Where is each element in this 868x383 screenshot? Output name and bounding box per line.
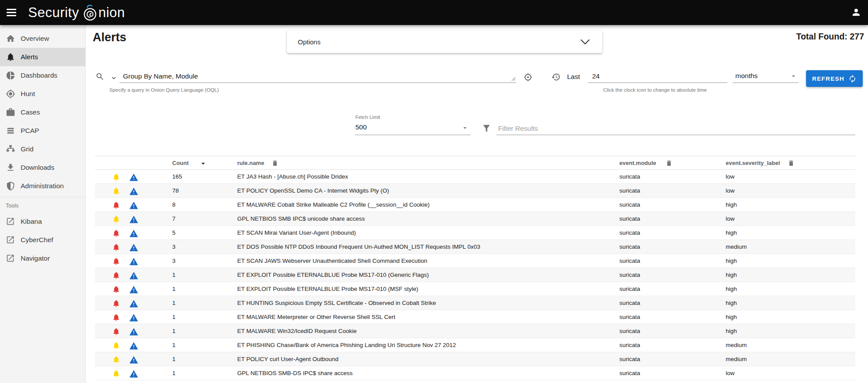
- cell-count[interactable]: 1: [172, 352, 176, 366]
- cell-severity[interactable]: high: [726, 198, 737, 212]
- cell-rule-name[interactable]: ET MALWARE Win32/IcedID Request Cookie: [237, 324, 357, 338]
- cell-severity[interactable]: low: [726, 366, 734, 380]
- cell-count[interactable]: 165: [172, 170, 182, 184]
- alert-triangle-icon[interactable]: [129, 313, 137, 322]
- table-row[interactable]: 1 ET PHISHING Chase/Bank of America Phis…: [95, 338, 855, 352]
- column-header-severity[interactable]: event.severity_label: [726, 156, 780, 170]
- sidebar-item-kibana[interactable]: Kibana: [0, 212, 85, 231]
- cell-severity[interactable]: high: [726, 268, 737, 282]
- table-row[interactable]: 78 ET POLICY OpenSSL Demo CA - Internet …: [95, 184, 855, 198]
- units-select[interactable]: months: [733, 68, 799, 83]
- alert-triangle-icon[interactable]: [129, 299, 137, 308]
- cell-rule-name[interactable]: GPL NETBIOS SMB IPC$ unicode share acces…: [237, 212, 365, 226]
- sidebar-item-dashboards[interactable]: Dashboards: [0, 66, 85, 85]
- table-row[interactable]: 3 ET SCAN JAWS Webserver Unauthenticated…: [95, 254, 855, 268]
- table-row[interactable]: 1 ET HUNTING Suspicious Empty SSL Certif…: [95, 296, 855, 310]
- cell-rule-name[interactable]: ET SCAN JAWS Webserver Unauthenticated S…: [237, 254, 427, 268]
- alert-triangle-icon[interactable]: [129, 271, 137, 279]
- sidebar-item-downloads[interactable]: Downloads: [0, 158, 85, 177]
- options-expander[interactable]: Options: [287, 30, 602, 53]
- cell-rule-name[interactable]: ET EXPLOIT Possible ETERNALBLUE Probe MS…: [237, 282, 418, 296]
- column-header-count[interactable]: Count: [172, 156, 189, 170]
- cell-count[interactable]: 8: [172, 198, 176, 212]
- cell-count[interactable]: 1: [172, 282, 176, 296]
- cell-count[interactable]: 5: [172, 226, 176, 240]
- alert-bell-icon[interactable]: [112, 355, 120, 364]
- alert-triangle-icon[interactable]: [129, 327, 137, 336]
- sidebar-item-pcap[interactable]: PCAP: [0, 122, 85, 140]
- alert-bell-icon[interactable]: [112, 201, 120, 209]
- cell-severity[interactable]: low: [726, 212, 734, 226]
- cell-event-module[interactable]: suricata: [619, 310, 640, 324]
- cell-event-module[interactable]: suricata: [619, 366, 640, 380]
- column-header-event-module[interactable]: event.module: [619, 156, 656, 170]
- cell-count[interactable]: 1: [172, 324, 176, 338]
- cell-event-module[interactable]: suricata: [619, 184, 640, 198]
- cell-severity[interactable]: high: [726, 282, 737, 296]
- cell-severity[interactable]: high: [726, 226, 737, 240]
- remove-column-trash-icon[interactable]: [271, 160, 278, 167]
- table-row[interactable]: 3 ET DOS Possible NTP DDoS Inbound Frequ…: [95, 240, 855, 254]
- cell-event-module[interactable]: suricata: [619, 212, 640, 226]
- duration-input[interactable]: [588, 68, 727, 82]
- query-dropdown-caret-icon[interactable]: [109, 74, 118, 82]
- cell-severity[interactable]: high: [726, 324, 737, 338]
- alert-bell-icon[interactable]: [112, 341, 120, 350]
- cell-count[interactable]: 1: [172, 310, 176, 324]
- cell-event-module[interactable]: suricata: [619, 352, 640, 366]
- cell-rule-name[interactable]: ET MALWARE Meterpreter or Other Reverse …: [237, 310, 395, 324]
- cell-severity[interactable]: high: [726, 296, 737, 310]
- cell-severity[interactable]: medium: [726, 352, 747, 366]
- alert-triangle-icon[interactable]: [129, 355, 137, 364]
- cell-count[interactable]: 78: [172, 184, 179, 198]
- refresh-button[interactable]: REFRESH: [806, 70, 863, 87]
- table-row[interactable]: 1 ET EXPLOIT Possible ETERNALBLUE Probe …: [95, 282, 855, 296]
- crosshairs-target-icon[interactable]: [524, 73, 532, 82]
- alert-triangle-icon[interactable]: [129, 257, 137, 265]
- cell-event-module[interactable]: suricata: [619, 226, 640, 240]
- alert-triangle-icon[interactable]: [129, 173, 137, 181]
- cell-event-module[interactable]: suricata: [619, 324, 640, 338]
- cell-rule-name[interactable]: ET POLICY OpenSSL Demo CA - Internet Wid…: [237, 184, 389, 198]
- cell-event-module[interactable]: suricata: [619, 338, 640, 352]
- alert-bell-icon[interactable]: [112, 369, 120, 378]
- cell-count[interactable]: 3: [172, 240, 176, 254]
- table-row[interactable]: 1 ET POLICY curl User-Agent Outbound sur…: [95, 352, 855, 366]
- table-row[interactable]: 7 GPL NETBIOS SMB IPC$ unicode share acc…: [95, 212, 855, 226]
- cell-rule-name[interactable]: ET SCAN Mirai Variant User-Agent (Inboun…: [237, 226, 356, 240]
- cell-rule-name[interactable]: ET POLICY curl User-Agent Outbound: [237, 352, 339, 366]
- cell-severity[interactable]: medium: [726, 338, 747, 352]
- table-row[interactable]: 8 ET MALWARE Cobalt Strike Malleable C2 …: [95, 198, 855, 212]
- resize-grip[interactable]: [511, 77, 516, 81]
- query-input[interactable]: [119, 68, 516, 82]
- remove-column-trash-icon[interactable]: [788, 160, 795, 167]
- alert-triangle-icon[interactable]: [129, 229, 137, 237]
- history-clock-icon[interactable]: [551, 72, 561, 82]
- table-row[interactable]: 5 ET SCAN Mirai Variant User-Agent (Inbo…: [95, 226, 855, 240]
- sidebar-item-navigator[interactable]: Navigator: [0, 249, 85, 268]
- cell-severity[interactable]: low: [726, 170, 734, 184]
- sidebar-item-cyberchef[interactable]: CyberChef: [0, 231, 85, 249]
- cell-severity[interactable]: high: [726, 310, 737, 324]
- filter-results-input[interactable]: [496, 122, 855, 135]
- alert-bell-icon[interactable]: [112, 271, 120, 279]
- table-row[interactable]: 1 ET MALWARE Meterpreter or Other Revers…: [95, 310, 855, 324]
- alert-triangle-icon[interactable]: [129, 187, 137, 195]
- cell-rule-name[interactable]: ET EXPLOIT Possible ETERNALBLUE Probe MS…: [237, 268, 429, 282]
- alert-triangle-icon[interactable]: [129, 243, 137, 251]
- cell-count[interactable]: 1: [172, 268, 176, 282]
- alert-bell-icon[interactable]: [112, 229, 120, 237]
- cell-rule-name[interactable]: ET DOS Possible NTP DDoS Inbound Frequen…: [237, 240, 480, 254]
- cell-event-module[interactable]: suricata: [619, 170, 640, 184]
- cell-count[interactable]: 3: [172, 254, 176, 268]
- alert-bell-icon[interactable]: [112, 215, 120, 223]
- alert-bell-icon[interactable]: [112, 257, 120, 265]
- sidebar-item-cases[interactable]: Cases: [0, 103, 85, 122]
- alert-triangle-icon[interactable]: [129, 201, 137, 209]
- cell-rule-name[interactable]: ET JA3 Hash - [Abuse.ch] Possible Dridex: [237, 170, 348, 184]
- cell-event-module[interactable]: suricata: [619, 268, 640, 282]
- cell-event-module[interactable]: suricata: [619, 198, 640, 212]
- alert-bell-icon[interactable]: [112, 313, 120, 322]
- sidebar-item-overview[interactable]: Overview: [0, 29, 85, 48]
- table-row[interactable]: 1 ET EXPLOIT Possible ETERNALBLUE Probe …: [95, 268, 855, 282]
